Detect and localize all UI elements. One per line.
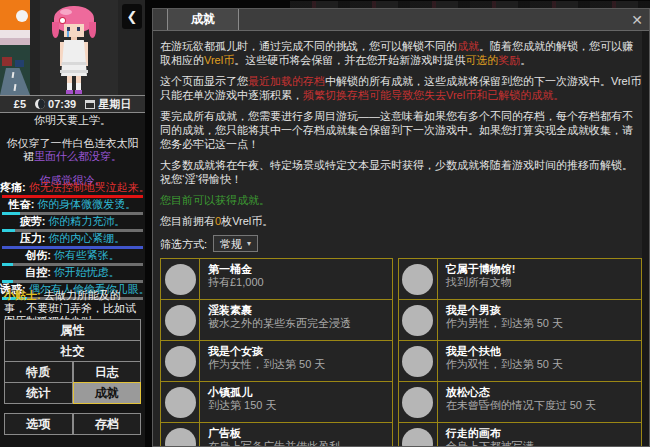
achievement-title: 我是个男孩	[446, 304, 633, 317]
sidebar: ❮ £5 07:39 星期日 你明天要上学。 你仅穿了一件白色连衣太阳裙里面什么…	[0, 0, 145, 447]
achievement-icon	[402, 305, 433, 336]
car-art	[15, 60, 24, 67]
achievement-row: 第一桶金 持有£1,000	[160, 258, 393, 300]
text-segment: 大多数成就将在午夜、特定场景或特定文本显示时获得，少数成就将随着游戏时间的推移而…	[160, 159, 633, 185]
collapse-sidebar-button[interactable]: ❮	[122, 4, 142, 29]
status-row-arousal: 性奋: 你的身体微微发烫。	[0, 199, 145, 210]
calendar-icon	[85, 100, 95, 109]
achievement-title: 广告板	[208, 427, 384, 440]
achievement-desc: 作为双性，到达第 50 天	[446, 358, 633, 371]
filter-row: 筛选方式: 常规 ▾	[160, 235, 642, 252]
text-segment: 奖励	[498, 54, 520, 66]
achievement-icon	[165, 264, 196, 295]
text-segment: 在游玩欲都孤儿时，通过完成不同的挑战，您可以解锁不同的	[160, 40, 457, 52]
scrollbar[interactable]	[642, 31, 649, 447]
achievement-row: 我是个扶他 作为双性，到达第 50 天	[398, 340, 642, 382]
achievement-icon	[165, 387, 196, 418]
achievement-row: 放松心态 在未曾昏倒的情况下度过 50 天	[398, 381, 642, 423]
achievement-row: 小镇孤儿 到达第 150 天	[160, 381, 393, 423]
achievement-desc: 在身上写条广告并借此盈利	[208, 440, 384, 447]
clock-icon	[35, 99, 45, 109]
journal-button[interactable]: 日志	[73, 361, 142, 383]
attributes-button[interactable]: 属性	[4, 319, 141, 341]
intro-paragraph: 在游玩欲都孤儿时，通过完成不同的挑战，您可以解锁不同的成就。随着您成就的解锁，您…	[160, 39, 642, 67]
achievement-desc: 找到所有文物	[446, 276, 633, 289]
panel-body: 在游玩欲都孤儿时，通过完成不同的挑战，您可以解锁不同的成就。随着您成就的解锁，您…	[153, 31, 649, 447]
traits-button[interactable]: 特质	[4, 361, 73, 383]
statistics-button[interactable]: 统计	[4, 382, 73, 404]
vrel-balance-line: 您目前拥有0枚Vrel币。	[160, 214, 642, 228]
achievement-row: 广告板 在身上写条广告并借此盈利	[160, 422, 393, 447]
achievement-title: 它属于博物馆!	[446, 263, 633, 276]
achievement-desc: 作为女性，到达第 50 天	[208, 358, 384, 371]
status-row-stress: 压力: 你的内心紧绷。	[0, 233, 145, 244]
text-segment: 您目前可以获得成就。	[160, 194, 270, 206]
achievement-row: 我是个男孩 作为男性，到达第 50 天	[398, 299, 642, 341]
eligible-status-line: 您目前可以获得成就。	[160, 193, 642, 207]
panel-header: 成就 ✕	[153, 9, 649, 31]
achievement-desc: 全身上下都被写满	[446, 440, 633, 447]
tab-achievements[interactable]: 成就	[167, 9, 239, 30]
money-display: £5	[14, 98, 26, 110]
text-segment: 最近加载的存档	[248, 75, 325, 87]
achievement-row: 淫装素裹 被水之外的某些东西完全浸透	[160, 299, 393, 341]
achievement-title: 小镇孤儿	[208, 386, 384, 399]
status-row-trauma: 创伤: 你有些紧张。	[0, 250, 145, 261]
save-warning-paragraph: 这个页面显示了您最近加载的存档中解锁的所有成就，这些成就将保留到您的下一次游戏中…	[160, 74, 642, 102]
character-sprite	[52, 6, 96, 94]
achievement-icon	[402, 264, 433, 295]
chevron-left-icon: ❮	[127, 9, 138, 24]
achievement-desc: 被水之外的某些东西完全浸透	[208, 317, 384, 330]
unlock-timing-paragraph: 大多数成就将在午夜、特定场景或特定文本显示时获得，少数成就将随着游戏时间的推移而…	[160, 158, 642, 186]
background-remnant-text	[290, 1, 650, 8]
achievement-icon	[165, 305, 196, 336]
status-row-fatigue: 疲劳: 你的精力充沛。	[0, 216, 145, 227]
achievement-row: 我是个女孩 作为女性，到达第 50 天	[160, 340, 393, 382]
achievement-title: 淫装素裹	[208, 304, 384, 317]
achievement-row: 行走的画布 全身上下都被写满	[398, 422, 642, 447]
achievement-icon	[402, 428, 433, 447]
close-panel-button[interactable]: ✕	[631, 9, 643, 31]
status-message: 你明天要上学。	[0, 114, 145, 127]
multi-playthrough-paragraph: 要完成所有成就，您需要进行多周目游玩——这意味着如果您有多个不同的存档，每个存档…	[160, 109, 642, 151]
day-display: 星期日	[85, 97, 131, 112]
social-button[interactable]: 社交	[4, 340, 141, 362]
tip-label: 小贴士:	[4, 289, 41, 301]
achievement-title: 行走的画布	[446, 427, 633, 440]
text-segment: 频繁切换存档可能导致您失去Vrel币和已解锁的成就。	[303, 89, 564, 101]
text-segment: 枚Vrel币。	[221, 215, 273, 227]
text-segment: 要完成所有成就，您需要进行多周目游玩——这意味着如果您有多个不同的存档，每个存档…	[160, 110, 633, 150]
time-display: 07:39	[35, 98, 76, 110]
achievement-icon	[402, 387, 433, 418]
status-row-control: 自控: 你开始忧虑。	[0, 267, 145, 278]
achievement-desc: 持有£1,000	[208, 276, 384, 289]
chevron-down-icon: ▾	[247, 237, 251, 251]
achievement-desc: 作为男性，到达第 50 天	[446, 317, 633, 330]
text-segment: 这个页面显示了您	[160, 75, 248, 87]
text-segment: Vrel币	[204, 54, 234, 66]
status-meters: 疼痛: 你无法控制地哭泣起来。 性奋: 你的身体微微发烫。 疲劳: 你的精力充沛…	[0, 182, 145, 301]
saves-button[interactable]: 存档	[73, 413, 142, 435]
text-segment: 。	[520, 54, 531, 66]
achievement-icon	[165, 346, 196, 377]
achievement-desc: 在未曾昏倒的情况下度过 50 天	[446, 399, 633, 412]
sidebar-menu: 属性 社交 特质 日志 统计 成就 选项 存档	[4, 319, 141, 435]
achievement-icon	[165, 428, 196, 447]
text-segment: 可选的	[465, 54, 498, 66]
text-segment: 。这些硬币将会保留，并在您开始新游戏时提供	[234, 54, 465, 66]
achievements-column-left: 第一桶金 持有£1,000 淫装素裹 被水之外的某些东西完全浸透 我是个女孩	[160, 258, 393, 447]
achievement-title: 放松心态	[446, 386, 633, 399]
filter-label: 筛选方式:	[160, 237, 207, 251]
status-messages: 你明天要上学。 你仅穿了一件白色连衣太阳裙里面什么都没穿。 你感觉很冷。	[0, 114, 145, 187]
achievement-title: 第一桶金	[208, 263, 384, 276]
options-button[interactable]: 选项	[4, 413, 73, 435]
achievement-title: 我是个扶他	[446, 345, 633, 358]
achievement-row: 它属于博物馆! 找到所有文物	[398, 258, 642, 300]
text-segment: 您目前拥有	[160, 215, 215, 227]
filter-dropdown[interactable]: 常规 ▾	[213, 235, 258, 252]
status-message: 你仅穿了一件白色连衣太阳裙里面什么都没穿。	[0, 137, 145, 163]
close-icon: ✕	[631, 12, 643, 28]
text-segment: 你明天要上学。	[34, 114, 111, 126]
filter-selected-value: 常规	[220, 237, 242, 251]
achievements-button[interactable]: 成就	[73, 382, 142, 404]
